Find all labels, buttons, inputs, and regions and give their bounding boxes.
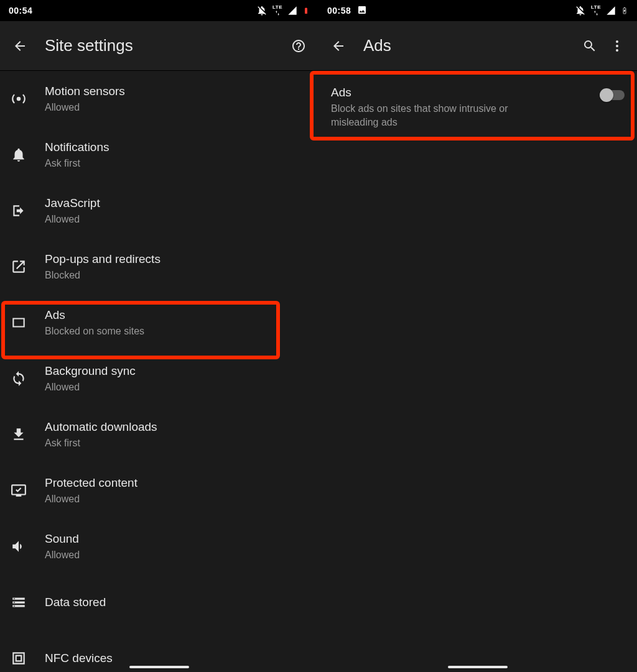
notifications-off-icon [256, 5, 267, 16]
setting-subtitle: Blocked on some sites [45, 324, 306, 338]
status-icons: LTE [256, 5, 310, 16]
setting-title: NFC devices [45, 650, 306, 666]
open-ext-icon [10, 258, 27, 275]
signal-icon [287, 6, 297, 16]
setting-subtitle: Allowed [45, 492, 306, 506]
setting-row-javascript[interactable]: JavaScriptAllowed [0, 183, 318, 239]
nfc-icon [10, 650, 27, 667]
ads-toggle-switch[interactable] [600, 88, 625, 102]
setting-row-protected-content[interactable]: Protected contentAllowed [0, 463, 318, 518]
status-clock: 00:54 [9, 6, 32, 16]
lte-indicator: LTE [591, 5, 601, 16]
battery-icon [302, 5, 310, 16]
setting-subtitle: Allowed [45, 213, 306, 226]
image-notification-icon [357, 5, 367, 17]
setting-title: Data stored [45, 594, 306, 610]
setting-title: Background sync [45, 363, 306, 379]
setting-subtitle: Allowed [45, 548, 306, 562]
battery-charging-icon [621, 5, 628, 16]
settings-list: Motion sensorsAllowedNotificationsAsk fi… [0, 71, 318, 672]
speaker-icon [10, 538, 27, 555]
setting-row-data-stored[interactable]: Data stored [0, 574, 318, 630]
ads-toggle-title: Ads [331, 85, 582, 101]
overflow-menu-button[interactable] [605, 34, 630, 58]
rect-icon [10, 314, 27, 331]
search-button[interactable] [577, 34, 602, 58]
setting-title: Motion sensors [45, 83, 306, 99]
setting-subtitle: Allowed [45, 380, 306, 394]
back-button[interactable] [326, 34, 351, 58]
sync-icon [10, 370, 27, 387]
setting-subtitle: Ask first [45, 436, 306, 450]
vibration-icon [10, 90, 27, 108]
setting-subtitle: Blocked [45, 269, 306, 282]
setting-row-notifications[interactable]: NotificationsAsk first [0, 127, 318, 183]
setting-row-background-sync[interactable]: Background syncAllowed [0, 351, 318, 407]
setting-title: Protected content [45, 475, 306, 491]
download-icon [10, 426, 27, 443]
help-button[interactable] [286, 34, 311, 58]
setting-row-sound[interactable]: SoundAllowed [0, 518, 318, 574]
screen-ads: 00:58 LTE Ads [318, 0, 637, 672]
setting-row-automatic-downloads[interactable]: Automatic downloadsAsk first [0, 407, 318, 463]
notifications-off-icon [575, 5, 586, 16]
setting-row-ads[interactable]: AdsBlocked on some sites [0, 295, 318, 351]
status-clock: 00:58 [327, 6, 351, 16]
ads-toggle-subtitle: Block ads on sites that show intrusive o… [331, 102, 555, 129]
status-icons: LTE [575, 5, 628, 16]
page-title: Ads [363, 36, 565, 55]
setting-row-popups[interactable]: Pop-ups and redirectsBlocked [0, 239, 318, 295]
ads-toggle-row[interactable]: Ads Block ads on sites that show intrusi… [318, 71, 637, 139]
setting-row-motion-sensors[interactable]: Motion sensorsAllowed [0, 71, 318, 127]
setting-title: JavaScript [45, 195, 306, 211]
storage-icon [10, 594, 27, 611]
appheader-site-settings: Site settings [0, 21, 318, 71]
page-title: Site settings [45, 36, 274, 55]
lte-indicator: LTE [272, 5, 282, 16]
statusbar-left: 00:54 LTE [0, 0, 318, 21]
signal-icon [606, 6, 616, 16]
setting-title: Ads [45, 307, 306, 323]
setting-subtitle: Allowed [45, 101, 306, 114]
statusbar-right: 00:58 LTE [318, 0, 637, 21]
setting-title: Notifications [45, 139, 306, 155]
back-button[interactable] [7, 34, 32, 58]
screen-site-settings: 00:54 LTE Site settings Motion sensorsAl… [0, 0, 318, 672]
nav-pill [448, 666, 508, 668]
setting-title: Sound [45, 531, 306, 547]
exit-right-icon [10, 202, 27, 219]
nav-pill [129, 666, 189, 668]
bell-icon [10, 146, 27, 163]
setting-title: Automatic downloads [45, 419, 306, 435]
appheader-ads: Ads [318, 21, 637, 71]
setting-subtitle: Ask first [45, 157, 306, 170]
ads-detail: Ads Block ads on sites that show intrusi… [318, 71, 637, 672]
setting-title: Pop-ups and redirects [45, 251, 306, 267]
tv-check-icon [10, 482, 27, 499]
